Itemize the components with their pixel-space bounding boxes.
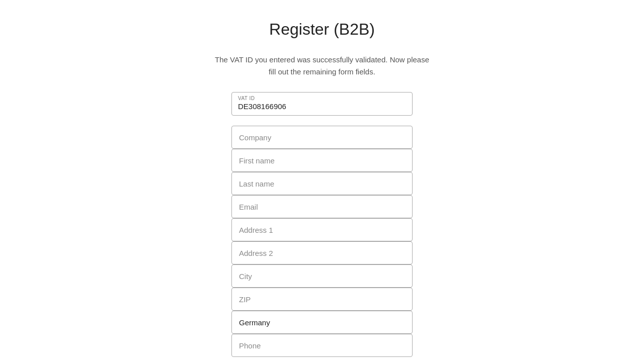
company-input[interactable] [231, 126, 413, 149]
vat-value: DE308166906 [238, 102, 286, 111]
form-fields [231, 126, 413, 357]
city-input[interactable] [231, 264, 413, 288]
registration-form: VAT ID DE308166906 [231, 92, 413, 357]
first-name-input[interactable] [231, 149, 413, 172]
page-subtitle: The VAT ID you entered was successfully … [215, 54, 429, 78]
address1-input[interactable] [231, 218, 413, 241]
country-input[interactable] [231, 311, 413, 334]
vat-label: VAT ID [238, 96, 406, 101]
page-container: Register (B2B) The VAT ID you entered wa… [0, 0, 644, 362]
zip-input[interactable] [231, 288, 413, 311]
last-name-input[interactable] [231, 172, 413, 195]
vat-field-wrapper: VAT ID DE308166906 [231, 92, 413, 116]
email-input[interactable] [231, 195, 413, 218]
phone-input[interactable] [231, 334, 413, 357]
page-title: Register (B2B) [269, 20, 375, 39]
address2-input[interactable] [231, 241, 413, 264]
subtitle-line1: The VAT ID you entered was successfully … [215, 55, 429, 64]
subtitle-line2: fill out the remaining form fields. [269, 67, 375, 76]
